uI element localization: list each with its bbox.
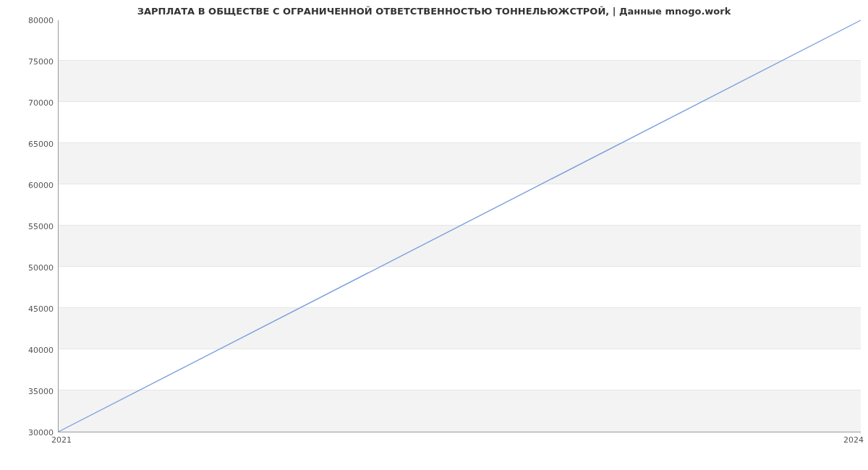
ytick-label: 65000 bbox=[10, 140, 54, 149]
ytick-label: 80000 bbox=[10, 16, 54, 25]
chart-title: ЗАРПЛАТА В ОБЩЕСТВЕ С ОГРАНИЧЕННОЙ ОТВЕТ… bbox=[0, 6, 868, 17]
ytick-label: 70000 bbox=[10, 98, 54, 108]
ytick-label: 50000 bbox=[10, 263, 54, 273]
ytick-label: 45000 bbox=[10, 304, 54, 314]
ytick-label: 30000 bbox=[10, 428, 54, 437]
xtick-label: 2024 bbox=[843, 435, 864, 445]
chart-container: ЗАРПЛАТА В ОБЩЕСТВЕ С ОГРАНИЧЕННОЙ ОТВЕТ… bbox=[0, 0, 868, 470]
xtick-label: 2021 bbox=[51, 435, 72, 445]
ytick-label: 35000 bbox=[10, 387, 54, 396]
plot-area bbox=[58, 20, 861, 432]
ytick-label: 40000 bbox=[10, 346, 54, 355]
ytick-label: 60000 bbox=[10, 181, 54, 190]
line-series bbox=[59, 20, 861, 432]
ytick-label: 75000 bbox=[10, 57, 54, 67]
ytick-label: 55000 bbox=[10, 222, 54, 231]
